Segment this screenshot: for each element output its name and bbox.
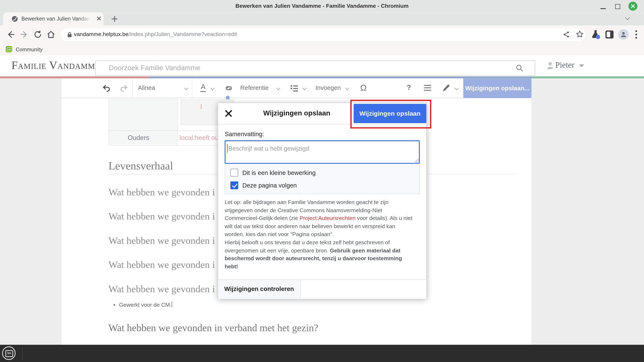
lock-icon[interactable] [66,31,73,38]
extensions-flask-icon[interactable] [590,29,601,40]
resize-handle-icon[interactable] [415,159,419,163]
list-chevron-icon[interactable] [302,86,306,90]
list-item: Gewerkt voor de CM. [114,301,172,308]
tab-search-chevron-icon[interactable] [625,15,630,20]
wiki-search-input[interactable]: Doorzoek Familie Vandamme [96,60,535,75]
section-heading: Levensverhaal [108,160,173,172]
bookmark-label: Community [16,46,42,52]
paragraph-format-dropdown[interactable]: Alinea [138,84,155,91]
reload-button[interactable] [33,29,43,39]
back-button[interactable] [6,29,16,39]
restore-icon[interactable] [615,4,620,9]
page-options-menu-icon[interactable] [424,85,431,91]
watch-page-label: Deze pagina volgen [242,182,297,189]
tab-strip: Bewerken van Julien Vandam [0,12,644,25]
review-changes-label: Wijzigingen controleren [224,285,294,292]
undo-icon[interactable] [102,84,111,93]
auteursrechten-link[interactable]: Project:Auteursrechten [300,215,356,221]
redo-icon[interactable] [120,84,128,93]
window-title: Bewerken van Julien Vandamme - Familie V… [0,0,644,12]
summary-label: Samenvatting: [225,130,264,137]
url-text: vandamme.helptux.be/index.php/Julien_Van… [74,31,237,37]
infobox-red-link: local:heeft ou [180,134,218,142]
mint-community-icon: m [6,46,12,52]
infobox-label-cell: Ouders [108,130,178,146]
insert-chevron-icon[interactable] [345,86,349,90]
watch-page-checkbox[interactable] [230,181,238,189]
profile-avatar[interactable] [618,29,629,40]
text-style-chevron-icon[interactable] [210,86,214,90]
search-placeholder: Doorzoek Familie Vandamme [109,64,200,72]
tab-title: Bewerken van Julien Vandam [22,15,91,22]
home-button[interactable] [46,29,56,39]
taskbar-separator [22,347,23,360]
dimmed-red-link: l [200,103,202,111]
bookmarks-bar: m Community [0,44,644,55]
search-icon[interactable] [516,64,524,72]
textarea-cursor [227,144,228,153]
save-dialog: Wijzigingen opslaan Wijzigingen opslaan … [218,103,426,299]
edit-mode-chevron-icon[interactable] [454,86,458,90]
menu-kebab-icon[interactable] [635,30,638,39]
cut-heading-4: Wat hebben we gevonden i [108,259,215,271]
cut-heading-3: Wat hebben we gevonden i [108,235,215,246]
person-icon [620,31,627,38]
globe-favicon-icon [12,15,18,22]
dialog-title: Wijzigingen opslaan [263,109,330,117]
site-logo[interactable]: Familie Vandamme [12,59,100,72]
minimize-icon[interactable] [600,8,606,9]
header-bar-blue [149,76,532,78]
dialog-footer: Wijzigingen controleren [218,280,426,299]
toolbar-save-button[interactable]: Wijzigingen opslaan... [463,78,532,98]
minor-edit-label: Dit is een kleine bewerking [242,169,316,176]
new-tab-button[interactable] [110,14,119,23]
taskbar: lm $_ [0,345,644,362]
link-icon[interactable] [224,84,233,93]
address-bar[interactable]: vandamme.helptux.be/index.php/Julien_Van… [61,28,585,41]
infobox-label: Ouders [128,134,149,142]
screen: Bewerken van Julien Vandamme - Familie V… [0,0,644,362]
close-window-button[interactable] [628,2,638,11]
side-panel-icon[interactable] [605,30,614,39]
dialog-options-panel: Dit is een kleine bewerking Deze pagina … [225,164,420,194]
review-changes-button[interactable]: Wijzigingen controleren [218,280,300,299]
tab-close-icon[interactable] [96,15,103,22]
url-path: /index.php/Julien_Vandamme?veaction=edit [128,31,237,37]
dialog-close-icon[interactable] [224,109,234,119]
legal-text-3: Hierbij belooft u ons tevens dat u deze … [225,238,413,271]
list-item-text: Gewerkt voor de CM. [119,302,172,308]
special-character-button[interactable]: Ω [360,83,367,93]
forward-button[interactable] [19,29,29,39]
reference-dropdown[interactable]: Referentie [240,84,269,91]
desktop: Bewerken van Julien Vandamme - Familie V… [0,0,644,362]
reference-chevron-icon[interactable] [276,86,280,90]
insert-dropdown[interactable]: Invoegen [316,84,341,91]
share-icon[interactable] [563,31,570,38]
browser-tab[interactable]: Bewerken van Julien Vandam [3,12,104,25]
wiki-header: Familie Vandamme Doorzoek Familie Vandam… [0,55,644,76]
user-name: Pieter [555,60,574,70]
window-titlebar[interactable]: Bewerken van Julien Vandamme - Familie V… [0,0,644,12]
browser-toolbar: vandamme.helptux.be/index.php/Julien_Van… [0,25,644,44]
header-bar-green [532,76,644,78]
paragraph-chevron-icon[interactable] [184,86,188,90]
user-icon [546,61,554,70]
bottom-heading: Wat hebben we gevonden in verband met he… [108,322,318,334]
user-caret-icon [579,64,584,67]
summary-placeholder: Beschrijf wat u hebt gewijzigd [228,145,309,152]
bookmark-star-icon[interactable] [576,30,584,38]
mint-menu-button[interactable]: lm [2,347,16,360]
url-host: vandamme.helptux.be [74,31,128,37]
cut-heading-1: Wat hebben we gevonden i [108,187,215,198]
list-icon[interactable] [290,84,298,93]
text-cursor [172,301,172,307]
minor-edit-checkbox[interactable] [230,169,238,176]
infobox-cell [108,99,178,130]
cut-heading-5: Wat hebben we gevonden i [108,284,215,295]
edit-mode-pencil-icon[interactable] [442,84,450,92]
summary-textarea[interactable]: Beschrijf wat u hebt gewijzigd [225,140,420,164]
text-style-button[interactable]: A [200,83,206,92]
cut-heading-2: Wat hebben we gevonden i [108,211,215,222]
red-highlight-annotation [350,100,431,128]
help-button[interactable]: ? [407,83,411,92]
